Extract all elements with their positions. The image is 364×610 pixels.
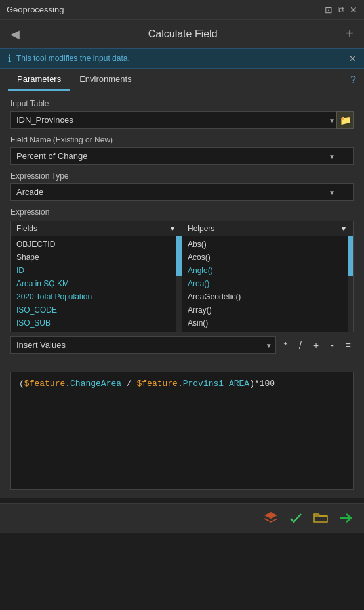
code-dot-2: .	[178, 379, 183, 389]
helpers-list: Abs() Acos() Angle() Area() AreaGeodetic…	[182, 236, 353, 332]
help-button[interactable]: ?	[350, 74, 356, 86]
layers-button[interactable]	[263, 510, 279, 526]
fields-scrollbar-track	[176, 236, 182, 332]
tab-parameters[interactable]: Parameters	[8, 69, 70, 91]
tabs: Parameters Environments ?	[0, 69, 364, 91]
fields-column: Fields ▼ OBJECTID Shape ID Area in SQ KM…	[10, 221, 182, 332]
code-space-div: /	[121, 379, 136, 389]
fields-list: OBJECTID Shape ID Area in SQ KM 2020 Tot…	[11, 236, 182, 332]
svg-marker-0	[264, 512, 277, 519]
info-bar-content: ℹ This tool modifies the input data.	[8, 53, 130, 64]
fields-col-header: Fields ▼	[11, 221, 182, 236]
list-item[interactable]: Acos()	[182, 251, 353, 264]
layers-icon	[263, 510, 279, 526]
code-feature-1: feature	[30, 379, 66, 389]
titlebar: Geoprocessing ⊡ ⧉ ✕	[0, 0, 364, 20]
multiply-button[interactable]: *	[281, 339, 290, 352]
list-item[interactable]: Abs()	[182, 238, 353, 251]
code-change-area: ChangeArea	[70, 379, 121, 389]
list-item[interactable]: Angle()	[182, 264, 353, 277]
expression-type-label: Expression Type	[10, 171, 354, 181]
helpers-column: Helpers ▼ Abs() Acos() Angle() Area() Ar…	[182, 221, 354, 332]
info-bar: ℹ This tool modifies the input data. ✕	[0, 48, 364, 69]
expression-type-select[interactable]: Arcade	[10, 183, 354, 201]
list-item[interactable]: 2020 Total Population	[11, 290, 182, 303]
code-dot-1: .	[65, 379, 70, 389]
fields-scrollbar-thumb[interactable]	[176, 236, 182, 276]
back-button[interactable]: ◀	[10, 27, 20, 41]
input-table-wrapper: IDN_Provinces ▼ 📁	[10, 111, 354, 129]
code-paren-close: )	[249, 379, 254, 389]
list-item[interactable]: ID	[11, 264, 182, 277]
helpers-col-label: Helpers	[188, 224, 214, 233]
titlebar-icons: ⊡ ⧉ ✕	[325, 4, 357, 15]
equals-op-button[interactable]: =	[343, 339, 354, 352]
check-button[interactable]	[288, 510, 304, 526]
input-table-label: Input Table	[10, 99, 354, 108]
input-table-folder-button[interactable]: 📁	[336, 111, 354, 129]
list-item[interactable]: Area in SQ KM	[11, 277, 182, 290]
field-name-select[interactable]: Percent of Change	[10, 147, 354, 165]
code-dollar-1: $	[24, 379, 30, 389]
insert-values-wrapper: Insert Values ▼	[10, 336, 276, 354]
list-item[interactable]: Array()	[182, 303, 353, 316]
helpers-scrollbar-track	[348, 236, 353, 332]
fields-filter-icon[interactable]: ▼	[169, 224, 176, 233]
helpers-filter-icon[interactable]: ▼	[340, 224, 348, 233]
open-folder-button[interactable]	[313, 510, 329, 526]
subtract-button[interactable]: -	[328, 339, 336, 352]
tab-environments[interactable]: Environments	[70, 69, 140, 91]
list-item[interactable]: AreaGeodetic()	[182, 290, 353, 303]
float-icon[interactable]: ⧉	[338, 4, 344, 15]
info-close-button[interactable]: ✕	[349, 54, 356, 64]
helpers-list-area: Abs() Acos() Angle() Area() AreaGeodetic…	[182, 236, 353, 332]
equals-row: =	[10, 357, 354, 369]
header: ◀ Calculate Field +	[0, 20, 364, 48]
add-button[interactable]: +	[346, 26, 354, 41]
field-name-wrapper: Percent of Change ▼	[10, 147, 354, 165]
code-provinsi-area: Provinsi_AREA	[183, 379, 249, 389]
list-item[interactable]: ISO_CODE	[11, 303, 182, 316]
field-name-label: Field Name (Existing or New)	[10, 135, 354, 144]
list-item[interactable]: Atan()	[182, 330, 353, 332]
check-icon	[288, 510, 304, 526]
fields-helpers-row: Fields ▼ OBJECTID Shape ID Area in SQ KM…	[10, 221, 354, 332]
code-number: 100	[260, 379, 275, 389]
code-paren-open: (	[19, 379, 24, 389]
folder-icon: 📁	[340, 115, 351, 125]
operator-buttons: * / + - =	[281, 339, 354, 352]
header-title: Calculate Field	[148, 28, 218, 40]
open-folder-icon	[313, 510, 329, 526]
helpers-col-header: Helpers ▼	[182, 221, 353, 236]
helpers-scrollbar-thumb[interactable]	[348, 236, 353, 276]
run-button[interactable]	[338, 510, 354, 526]
code-feature-2: feature	[142, 379, 178, 389]
list-item[interactable]: ISO_SUB	[11, 316, 182, 330]
fields-col-label: Fields	[16, 224, 37, 233]
insert-values-select[interactable]: Insert Values	[10, 336, 276, 354]
add-button[interactable]: +	[311, 339, 321, 352]
close-icon[interactable]: ✕	[350, 5, 357, 15]
code-area[interactable]: ($feature.ChangeArea / $feature.Provinsi…	[10, 372, 354, 490]
code-multiply: *	[254, 379, 260, 389]
footer	[0, 503, 364, 533]
fields-list-area: OBJECTID Shape ID Area in SQ KM 2020 Tot…	[11, 236, 182, 332]
insert-row: Insert Values ▼ * / + - =	[10, 336, 354, 354]
expression-label: Expression	[10, 207, 354, 217]
list-item[interactable]: Area()	[182, 277, 353, 290]
info-icon: ℹ	[8, 53, 11, 64]
list-item[interactable]: ISO3_CC	[11, 330, 182, 332]
tabs-list: Parameters Environments	[8, 69, 141, 91]
info-text: This tool modifies the input data.	[16, 54, 130, 63]
expression-type-wrapper: Arcade ▼	[10, 183, 354, 201]
list-item[interactable]: Shape	[11, 251, 182, 264]
divide-button[interactable]: /	[296, 339, 304, 352]
run-icon	[338, 510, 354, 526]
list-item[interactable]: OBJECTID	[11, 238, 182, 251]
input-table-select[interactable]: IDN_Provinces	[10, 111, 354, 129]
form-area: Input Table IDN_Provinces ▼ 📁 Field Name…	[0, 91, 364, 498]
pin-icon[interactable]: ⊡	[325, 5, 333, 15]
titlebar-title: Geoprocessing	[7, 5, 64, 14]
list-item[interactable]: Asin()	[182, 316, 353, 330]
